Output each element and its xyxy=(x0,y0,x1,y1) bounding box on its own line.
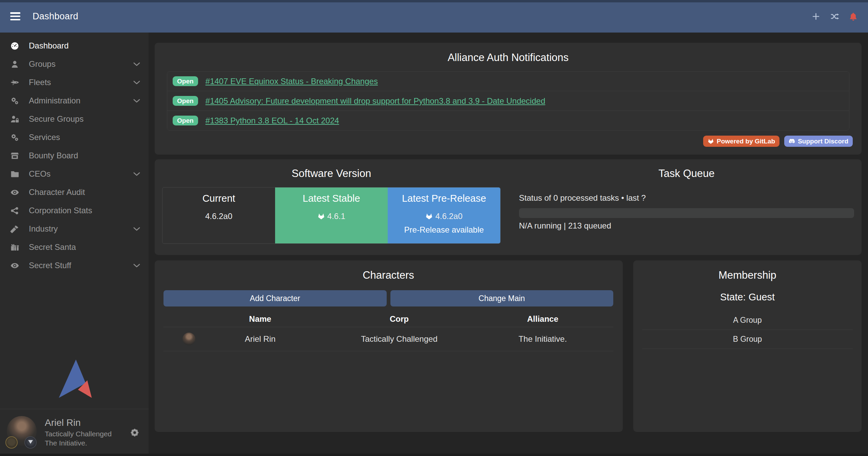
sidebar-footer: Ariel Rin Tactically Challenged The Init… xyxy=(0,357,149,456)
gear-icon[interactable] xyxy=(130,428,140,438)
sidebar-item-groups[interactable]: Groups xyxy=(0,55,149,73)
cell-corp: Tactically Challenged xyxy=(326,334,472,344)
add-character-icon[interactable] xyxy=(811,12,821,21)
main-content: Alliance Auth Notifications Open #1407 E… xyxy=(149,33,868,456)
sidebar-item-label: Fleets xyxy=(29,78,51,87)
notification-link[interactable]: #1405 Advisory: Future development will … xyxy=(206,96,545,106)
shuttle-icon xyxy=(10,78,19,87)
task-queue-section: Task Queue Status of 0 processed tasks •… xyxy=(508,167,862,255)
notifications-panel: Alliance Auth Notifications Open #1407 E… xyxy=(155,43,862,155)
user-info: Ariel Rin Tactically Challenged The Init… xyxy=(45,417,112,448)
version-box: Current 4.6.2a0 Latest Stable 4.6.1 Late… xyxy=(162,187,501,244)
prerelease-note: Pre-Release available xyxy=(388,225,500,235)
user-corp: Tactically Challenged xyxy=(45,429,112,439)
sidebar-item-administration[interactable]: Administration xyxy=(0,92,149,110)
characters-title: Characters xyxy=(163,269,613,281)
user-icon xyxy=(10,60,19,69)
add-character-button[interactable]: Add Character xyxy=(163,290,387,306)
eye-icon xyxy=(10,261,19,270)
membership-groups: A Group B Group xyxy=(642,311,853,349)
software-version-task-queue-panel: Software Version Current 4.6.2a0 Latest … xyxy=(155,159,862,255)
sidebar-item-ceos[interactable]: CEOs xyxy=(0,165,149,183)
characters-table-header: Name Corp Alliance xyxy=(163,311,613,327)
status-badge: Open xyxy=(173,76,198,86)
characters-panel: Characters Add Character Change Main Nam… xyxy=(155,260,623,432)
gitlab-tanuki-icon xyxy=(708,138,714,144)
store-icon xyxy=(10,151,19,160)
notification-link[interactable]: #1383 Python 3.8 EOL - 14 Oct 2024 xyxy=(206,116,339,125)
change-main-shuffle-icon[interactable] xyxy=(830,12,839,21)
status-badge: Open xyxy=(173,96,198,106)
sidebar-item-label: Bounty Board xyxy=(29,151,78,160)
sidebar-nav: Dashboard Groups Fleets xyxy=(0,33,149,275)
notifications-title: Alliance Auth Notifications xyxy=(163,52,853,64)
membership-state: State: Guest xyxy=(642,292,853,303)
change-main-button[interactable]: Change Main xyxy=(390,290,614,306)
sidebar-item-corporation-stats[interactable]: Corporation Stats xyxy=(0,201,149,220)
bottom-row: Characters Add Character Change Main Nam… xyxy=(155,260,862,432)
sidebar-item-label: Administration xyxy=(29,96,80,105)
task-queue-progress-bar xyxy=(519,208,854,218)
task-queue-status: Status of 0 processed tasks • last ? xyxy=(519,193,854,203)
eye-icon xyxy=(10,188,19,197)
gitlab-tanuki-icon xyxy=(425,213,433,220)
characters-table: Name Corp Alliance Ariel Rin Tactically … xyxy=(163,311,613,351)
hammer-icon xyxy=(10,224,19,234)
membership-panel: Membership State: Guest A Group B Group xyxy=(633,260,862,432)
sidebar-item-label: Services xyxy=(29,133,60,142)
external-badges: Powered by GitLab Support Discord xyxy=(163,136,853,147)
sidebar-item-label: Character Audit xyxy=(29,187,85,197)
notification-row: Open #1405 Advisory: Future development … xyxy=(167,91,849,111)
gitlab-badge[interactable]: Powered by GitLab xyxy=(703,136,779,147)
user-name: Ariel Rin xyxy=(45,417,112,429)
page-title: Dashboard xyxy=(33,11,78,22)
software-version-title: Software Version xyxy=(155,167,508,180)
sidebar-item-label: Secret Stuff xyxy=(29,261,71,270)
alliance-logo-badge xyxy=(24,436,37,449)
version-latest-stable: Latest Stable 4.6.1 xyxy=(275,187,388,243)
group-row: A Group xyxy=(642,311,853,330)
notification-row: Open #1383 Python 3.8 EOL - 14 Oct 2024 xyxy=(167,111,849,130)
sidebar-item-label: CEOs xyxy=(29,169,51,179)
table-row: Ariel Rin Tactically Challenged The Init… xyxy=(163,327,613,351)
navbar-actions xyxy=(811,12,858,21)
user-avatar xyxy=(7,416,37,449)
chevron-down-icon xyxy=(132,78,141,87)
notification-link[interactable]: #1407 EVE Equinox Status - Breaking Chan… xyxy=(206,77,378,86)
sidebar-item-label: Industry xyxy=(29,224,58,234)
hamburger-menu-icon[interactable] xyxy=(10,12,20,20)
task-queue-title: Task Queue xyxy=(519,167,854,180)
notifications-bell-icon[interactable] xyxy=(849,12,858,21)
notification-row: Open #1407 EVE Equinox Status - Breaking… xyxy=(167,72,849,91)
membership-title: Membership xyxy=(642,269,853,281)
user-panel: Ariel Rin Tactically Challenged The Init… xyxy=(0,409,149,456)
header-alliance: Alliance xyxy=(472,314,613,324)
sidebar-item-label: Secret Santa xyxy=(29,242,76,252)
character-avatar xyxy=(182,333,195,345)
discord-badge[interactable]: Support Discord xyxy=(784,136,853,147)
software-version-section: Software Version Current 4.6.2a0 Latest … xyxy=(155,167,508,255)
gauge-icon xyxy=(10,41,19,51)
sidebar-item-secret-stuff[interactable]: Secret Stuff xyxy=(0,256,149,275)
sidebar-item-secret-santa[interactable]: Secret Santa xyxy=(0,238,149,256)
version-latest-prerelease: Latest Pre-Release 4.6.2a0 Pre-Release a… xyxy=(388,187,500,243)
sidebar-item-fleets[interactable]: Fleets xyxy=(0,73,149,92)
sidebar-item-bounty-board[interactable]: Bounty Board xyxy=(0,146,149,165)
cell-alliance: The Initiative. xyxy=(472,334,613,344)
header-name: Name xyxy=(194,314,326,324)
gears-icon xyxy=(10,96,19,105)
sidebar-item-services[interactable]: Services xyxy=(0,128,149,146)
gitlab-tanuki-icon xyxy=(317,213,325,220)
alliance-auth-dashboard: Dashboard xyxy=(0,0,868,456)
version-current: Current 4.6.2a0 xyxy=(162,187,275,243)
sidebar-item-dashboard[interactable]: Dashboard xyxy=(0,37,149,55)
chevron-down-icon xyxy=(132,60,141,68)
sidebar-item-character-audit[interactable]: Character Audit xyxy=(0,183,149,201)
character-buttons: Add Character Change Main xyxy=(163,290,613,306)
sidebar-item-secure-groups[interactable]: Secure Groups xyxy=(0,110,149,128)
gears-icon xyxy=(10,133,19,142)
folder-icon xyxy=(10,170,19,179)
sidebar-item-industry[interactable]: Industry xyxy=(0,220,149,238)
top-navbar: Dashboard xyxy=(0,0,868,33)
chevron-down-icon xyxy=(132,170,141,178)
